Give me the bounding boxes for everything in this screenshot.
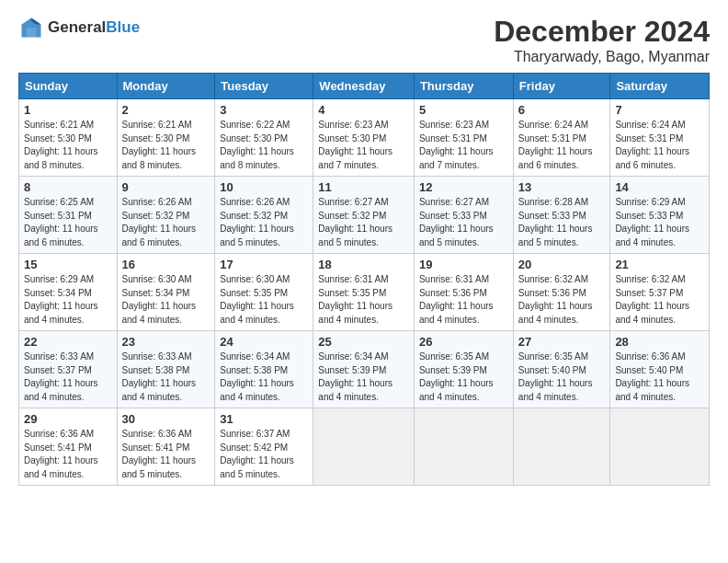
calendar-cell: 23Sunrise: 6:33 AMSunset: 5:38 PMDayligh… [117, 331, 215, 408]
day-number: 5 [419, 103, 508, 117]
calendar-cell: 16Sunrise: 6:30 AMSunset: 5:34 PMDayligh… [117, 254, 215, 331]
day-number: 18 [318, 258, 409, 271]
day-info: Sunrise: 6:34 AMSunset: 5:38 PMDaylight:… [220, 351, 294, 402]
subtitle: Tharyarwady, Bago, Myanmar [494, 49, 710, 65]
calendar-cell [610, 408, 710, 486]
calendar-week-3: 15Sunrise: 6:29 AMSunset: 5:34 PMDayligh… [19, 254, 710, 331]
day-number: 11 [318, 180, 409, 194]
col-monday: Monday [117, 74, 215, 99]
logo-text: GeneralBlue [48, 18, 140, 37]
day-info: Sunrise: 6:22 AMSunset: 5:30 PMDaylight:… [220, 120, 294, 170]
title-block: December 2024 Tharyarwady, Bago, Myanmar [494, 15, 710, 65]
day-number: 26 [419, 335, 508, 349]
col-thursday: Thursday [414, 74, 513, 99]
day-number: 30 [122, 412, 210, 426]
day-info: Sunrise: 6:28 AMSunset: 5:33 PMDaylight:… [518, 197, 593, 247]
day-number: 1 [24, 103, 112, 117]
calendar-cell: 24Sunrise: 6:34 AMSunset: 5:38 PMDayligh… [215, 331, 313, 408]
day-info: Sunrise: 6:27 AMSunset: 5:33 PMDaylight:… [419, 197, 494, 247]
day-info: Sunrise: 6:33 AMSunset: 5:38 PMDaylight:… [122, 351, 197, 402]
day-info: Sunrise: 6:31 AMSunset: 5:36 PMDaylight:… [419, 274, 494, 325]
calendar-week-2: 8Sunrise: 6:25 AMSunset: 5:31 PMDaylight… [19, 177, 710, 254]
calendar-cell: 29Sunrise: 6:36 AMSunset: 5:41 PMDayligh… [19, 408, 118, 486]
day-info: Sunrise: 6:35 AMSunset: 5:40 PMDaylight:… [518, 351, 593, 402]
day-number: 20 [518, 258, 606, 271]
calendar-cell: 31Sunrise: 6:37 AMSunset: 5:42 PMDayligh… [215, 408, 313, 486]
logo: GeneralBlue [18, 15, 140, 40]
day-info: Sunrise: 6:36 AMSunset: 5:41 PMDaylight:… [24, 429, 98, 479]
day-number: 17 [220, 258, 308, 271]
day-number: 16 [122, 258, 210, 271]
day-number: 25 [318, 335, 409, 349]
day-info: Sunrise: 6:25 AMSunset: 5:31 PMDaylight:… [24, 197, 98, 247]
calendar-cell: 17Sunrise: 6:30 AMSunset: 5:35 PMDayligh… [215, 254, 313, 331]
day-info: Sunrise: 6:26 AMSunset: 5:32 PMDaylight:… [122, 197, 197, 247]
calendar-cell: 30Sunrise: 6:36 AMSunset: 5:41 PMDayligh… [117, 408, 215, 486]
day-number: 27 [518, 335, 606, 349]
calendar-cell: 12Sunrise: 6:27 AMSunset: 5:33 PMDayligh… [414, 177, 513, 254]
calendar-cell: 13Sunrise: 6:28 AMSunset: 5:33 PMDayligh… [513, 177, 610, 254]
calendar-cell: 28Sunrise: 6:36 AMSunset: 5:40 PMDayligh… [610, 331, 710, 408]
col-friday: Friday [513, 74, 610, 99]
day-number: 9 [122, 180, 210, 194]
col-wednesday: Wednesday [313, 74, 415, 99]
calendar-cell: 4Sunrise: 6:23 AMSunset: 5:30 PMDaylight… [313, 99, 415, 177]
day-number: 22 [24, 335, 112, 349]
day-info: Sunrise: 6:35 AMSunset: 5:39 PMDaylight:… [419, 351, 494, 402]
col-tuesday: Tuesday [215, 74, 313, 99]
day-info: Sunrise: 6:32 AMSunset: 5:36 PMDaylight:… [518, 274, 593, 325]
day-info: Sunrise: 6:21 AMSunset: 5:30 PMDaylight:… [24, 120, 98, 170]
day-info: Sunrise: 6:34 AMSunset: 5:39 PMDaylight:… [318, 351, 392, 402]
header: GeneralBlue December 2024 Tharyarwady, B… [18, 15, 710, 65]
calendar-cell: 18Sunrise: 6:31 AMSunset: 5:35 PMDayligh… [313, 254, 415, 331]
svg-rect-2 [27, 28, 37, 38]
calendar-cell: 21Sunrise: 6:32 AMSunset: 5:37 PMDayligh… [610, 254, 710, 331]
logo-icon [18, 15, 44, 40]
day-info: Sunrise: 6:32 AMSunset: 5:37 PMDaylight:… [615, 274, 689, 325]
logo-blue: Blue [106, 18, 140, 36]
logo-general: General [48, 18, 106, 36]
day-info: Sunrise: 6:37 AMSunset: 5:42 PMDaylight:… [220, 429, 294, 479]
day-number: 13 [518, 180, 606, 194]
calendar-cell: 3Sunrise: 6:22 AMSunset: 5:30 PMDaylight… [215, 99, 313, 177]
day-number: 23 [122, 335, 210, 349]
day-number: 15 [24, 258, 112, 271]
calendar-cell: 6Sunrise: 6:24 AMSunset: 5:31 PMDaylight… [513, 99, 610, 177]
calendar-cell [313, 408, 415, 486]
calendar-cell: 1Sunrise: 6:21 AMSunset: 5:30 PMDaylight… [19, 99, 118, 177]
calendar-week-1: 1Sunrise: 6:21 AMSunset: 5:30 PMDaylight… [19, 99, 710, 177]
calendar-body: 1Sunrise: 6:21 AMSunset: 5:30 PMDaylight… [19, 99, 710, 486]
day-number: 7 [615, 103, 704, 117]
day-info: Sunrise: 6:29 AMSunset: 5:33 PMDaylight:… [615, 197, 689, 247]
calendar-cell: 5Sunrise: 6:23 AMSunset: 5:31 PMDaylight… [414, 99, 513, 177]
page: GeneralBlue December 2024 Tharyarwady, B… [0, 0, 728, 500]
calendar-cell: 11Sunrise: 6:27 AMSunset: 5:32 PMDayligh… [313, 177, 415, 254]
calendar-cell: 20Sunrise: 6:32 AMSunset: 5:36 PMDayligh… [513, 254, 610, 331]
day-number: 8 [24, 180, 112, 194]
day-info: Sunrise: 6:33 AMSunset: 5:37 PMDaylight:… [24, 351, 98, 402]
calendar-cell: 15Sunrise: 6:29 AMSunset: 5:34 PMDayligh… [19, 254, 118, 331]
day-number: 10 [220, 180, 308, 194]
col-saturday: Saturday [610, 74, 710, 99]
day-info: Sunrise: 6:24 AMSunset: 5:31 PMDaylight:… [615, 120, 689, 170]
calendar-cell: 26Sunrise: 6:35 AMSunset: 5:39 PMDayligh… [414, 331, 513, 408]
day-info: Sunrise: 6:27 AMSunset: 5:32 PMDaylight:… [318, 197, 392, 247]
day-info: Sunrise: 6:36 AMSunset: 5:41 PMDaylight:… [122, 429, 197, 479]
day-info: Sunrise: 6:21 AMSunset: 5:30 PMDaylight:… [122, 120, 197, 170]
calendar-week-5: 29Sunrise: 6:36 AMSunset: 5:41 PMDayligh… [19, 408, 710, 486]
day-info: Sunrise: 6:30 AMSunset: 5:34 PMDaylight:… [122, 274, 197, 325]
day-info: Sunrise: 6:23 AMSunset: 5:31 PMDaylight:… [419, 120, 494, 170]
calendar-cell: 19Sunrise: 6:31 AMSunset: 5:36 PMDayligh… [414, 254, 513, 331]
day-info: Sunrise: 6:26 AMSunset: 5:32 PMDaylight:… [220, 197, 294, 247]
day-number: 14 [615, 180, 704, 194]
calendar-table: Sunday Monday Tuesday Wednesday Thursday… [18, 73, 710, 486]
calendar-cell [414, 408, 513, 486]
day-info: Sunrise: 6:29 AMSunset: 5:34 PMDaylight:… [24, 274, 98, 325]
calendar-cell: 25Sunrise: 6:34 AMSunset: 5:39 PMDayligh… [313, 331, 415, 408]
day-number: 3 [220, 103, 308, 117]
calendar-header-row: Sunday Monday Tuesday Wednesday Thursday… [19, 74, 710, 99]
day-number: 21 [615, 258, 704, 271]
calendar-cell: 14Sunrise: 6:29 AMSunset: 5:33 PMDayligh… [610, 177, 710, 254]
calendar-cell: 2Sunrise: 6:21 AMSunset: 5:30 PMDaylight… [117, 99, 215, 177]
day-info: Sunrise: 6:36 AMSunset: 5:40 PMDaylight:… [615, 351, 689, 402]
